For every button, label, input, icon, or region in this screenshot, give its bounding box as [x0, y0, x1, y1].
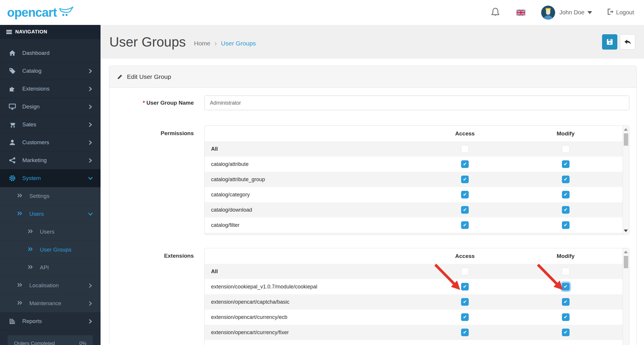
angles-right-icon [28, 264, 35, 271]
sidebar-item-localisation[interactable]: Localisation [0, 277, 101, 295]
sidebar-item-sales[interactable]: Sales [0, 116, 101, 134]
route-name: catalog/attribute_group [205, 176, 422, 183]
user-group-name-row: *User Group Name [116, 96, 629, 110]
chevron-right-icon [88, 86, 93, 91]
extensions-row: Extensions Access Modify Allextension/co… [116, 248, 629, 345]
modify-checkbox[interactable] [562, 191, 570, 198]
access-checkbox[interactable] [461, 298, 469, 306]
tag-icon [9, 67, 16, 74]
route-name: catalog/download [205, 207, 422, 213]
sidebar-item-system[interactable]: System [0, 169, 101, 187]
logout-label: Logout [616, 9, 634, 16]
modify-checkbox[interactable] [562, 283, 570, 290]
user-avatar[interactable] [541, 6, 555, 20]
notifications-bell-icon[interactable] [491, 7, 500, 18]
scrollbar-up-arrow-icon[interactable] [624, 128, 628, 131]
gear-icon [9, 175, 16, 182]
hamburger-menu-icon[interactable] [6, 29, 12, 35]
sidebar-item-reports[interactable]: Reports [0, 312, 101, 330]
modify-checkbox-cell [508, 298, 623, 306]
modify-checkbox[interactable] [562, 298, 570, 306]
access-checkbox-cell [422, 268, 508, 275]
access-checkbox[interactable] [461, 160, 469, 168]
sidebar-item-catalog[interactable]: Catalog [0, 62, 101, 80]
access-checkbox-cell [422, 313, 508, 321]
chevron-right-icon [88, 158, 93, 163]
sidebar-item-label: Maintenance [29, 300, 61, 307]
route-name: All [205, 146, 422, 152]
sidebar-item-marketing[interactable]: Marketing [0, 152, 101, 169]
modify-checkbox[interactable] [562, 329, 570, 336]
access-checkbox-cell [422, 160, 508, 168]
access-checkbox[interactable] [461, 283, 469, 290]
page-title: User Groups [109, 34, 186, 50]
scrollbar-thumb[interactable] [624, 133, 628, 146]
sidebar-item-api[interactable]: API [0, 259, 101, 277]
modify-checkbox[interactable] [562, 206, 570, 214]
modify-checkbox-cell [508, 313, 623, 321]
sidebar-item-extensions[interactable]: Extensions [0, 80, 101, 98]
access-checkbox[interactable] [461, 221, 469, 229]
permissions-table-header: Access Modify [205, 126, 623, 141]
chevron-down-icon [88, 176, 93, 181]
table-row: catalog/attribute_group [205, 172, 623, 187]
access-column-header: Access [422, 253, 508, 259]
modify-checkbox[interactable] [562, 145, 570, 153]
extensions-table-header: Access Modify [205, 248, 623, 264]
logout-button[interactable]: Logout [607, 8, 634, 17]
permissions-table: Access Modify Allcatalog/attributecatalo… [204, 125, 629, 235]
user-group-name-input[interactable] [204, 96, 629, 110]
back-button[interactable] [620, 34, 635, 50]
access-column-header: Access [422, 130, 508, 137]
sidebar-item-maintenance[interactable]: Maintenance [0, 295, 101, 312]
sidebar-item-label: Localisation [29, 282, 59, 289]
opencart-admin-window: opencart John Doe Logout [0, 0, 644, 345]
modify-checkbox[interactable] [562, 221, 570, 229]
home-icon [9, 50, 16, 57]
access-checkbox[interactable] [461, 145, 469, 153]
save-button[interactable] [602, 34, 617, 50]
sidebar-item-label: Reports [22, 318, 42, 324]
sidebar-item-dashboard[interactable]: Dashboard [0, 44, 101, 62]
sidebar-item-settings[interactable]: Settings [0, 187, 101, 205]
access-checkbox[interactable] [461, 268, 469, 275]
user-menu-caret-icon[interactable] [587, 11, 592, 14]
opencart-logo[interactable]: opencart [7, 6, 75, 20]
table-row: extension/opencart/captcha/basic [205, 294, 623, 310]
extensions-label: Extensions [116, 248, 204, 345]
breadcrumb-current-link[interactable]: User Groups [221, 40, 256, 47]
access-checkbox[interactable] [461, 191, 469, 198]
logout-icon [607, 8, 614, 17]
breadcrumb-home-link[interactable]: Home [194, 40, 210, 47]
access-checkbox[interactable] [461, 313, 469, 321]
sidebar-item-users[interactable]: Users [0, 223, 101, 241]
table-row: catalog/download [205, 202, 623, 217]
sidebar-item-label: Sales [22, 121, 36, 128]
user-name[interactable]: John Doe [559, 9, 584, 16]
breadcrumb-separator: › [215, 39, 217, 47]
language-flag-icon[interactable] [516, 10, 525, 16]
modify-checkbox[interactable] [562, 268, 570, 275]
modify-column-header: Modify [508, 253, 623, 259]
monitor-icon [9, 103, 16, 110]
modify-checkbox[interactable] [562, 176, 570, 183]
sidebar-item-design[interactable]: Design [0, 98, 101, 116]
modify-checkbox[interactable] [562, 160, 570, 168]
scrollbar-down-arrow-icon[interactable] [624, 230, 628, 232]
permissions-scrollbar[interactable] [623, 126, 629, 234]
access-checkbox[interactable] [461, 206, 469, 214]
scrollbar-thumb[interactable] [624, 256, 628, 268]
sidebar-item-customers[interactable]: Customers [0, 134, 101, 152]
chevron-right-icon [88, 69, 93, 74]
modify-checkbox[interactable] [562, 313, 570, 321]
access-checkbox[interactable] [461, 329, 469, 336]
sidebar-item-user-groups[interactable]: User Groups [0, 241, 101, 259]
panel-heading-label: Edit User Group [127, 73, 171, 80]
access-checkbox[interactable] [461, 176, 469, 183]
sidebar-item-users[interactable]: Users [0, 205, 101, 223]
panel-body: *User Group Name Permissions Access Modi… [109, 88, 636, 345]
scrollbar-up-arrow-icon[interactable] [624, 251, 628, 253]
route-name: extension/cookiepal_v1.0.7/module/cookie… [205, 284, 422, 290]
extensions-scrollbar[interactable] [623, 248, 629, 345]
table-row: All [205, 141, 623, 157]
